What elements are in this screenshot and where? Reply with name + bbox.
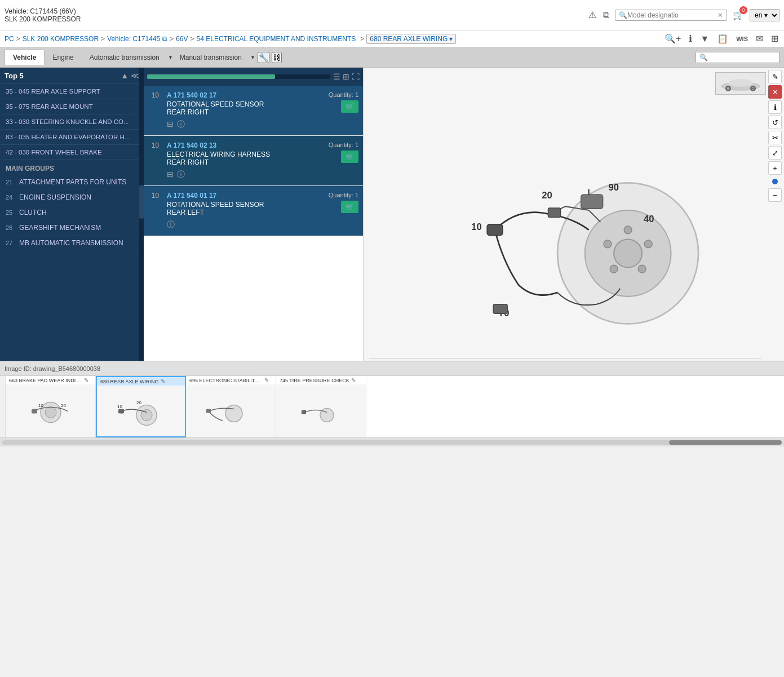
language-select[interactable]: en ▾ (750, 9, 779, 21)
thumb-item-695[interactable]: 695 ELECTRONIC STABILITY PROGRAM (ESP) ✎ (186, 376, 276, 437)
parts-section: ☰ ⊞ ⛶ 10 A 171 540 02 17 ROTATIONAL SPEE… (144, 68, 364, 361)
part-info-icon-3[interactable]: ⓘ (167, 220, 175, 230)
top5-item-3[interactable]: 33 - 030 STEERING KNUCKLE AND CO... (0, 114, 144, 130)
breadcrumb-slk[interactable]: SLK 200 KOMPRESSOR (23, 35, 99, 43)
info-button[interactable]: ℹ (688, 32, 693, 45)
tab-vehicle[interactable]: Vehicle (5, 50, 45, 65)
thumb-edit-icon-663[interactable]: ✎ (84, 377, 88, 383)
part-table-icon-1[interactable]: ⊟ (167, 120, 174, 130)
scrollbar-thumb[interactable] (669, 440, 782, 445)
fullscreen-icon[interactable]: ⛶ (352, 72, 360, 81)
breadcrumb-pc[interactable]: PC (5, 35, 14, 43)
thumb-item-663-full[interactable]: 663 BRAKE PAD WEAR INDICATOR AND SPEED S… (6, 376, 96, 437)
copy-button[interactable]: ⧉ (602, 9, 610, 21)
svg-point-6 (752, 88, 754, 89)
header-center: ⚠ ⧉ 🔍 ✕ 🛒 0 en ▾ (587, 8, 779, 21)
diagram-zoom-out-btn[interactable]: − (768, 188, 782, 202)
top5-item-4[interactable]: 83 - 035 HEATER AND EVAPORATOR H... (0, 130, 144, 145)
thumb-label-745: 745 TIRE PRESSURE CHECK ✎ (276, 376, 366, 384)
thumb-edit-icon-680[interactable]: ✎ (161, 378, 165, 384)
mail-button[interactable]: ✉ (755, 32, 764, 45)
thumb-edit-icon-745[interactable]: ✎ (351, 377, 356, 383)
thumb-item-745[interactable]: 745 TIRE PRESSURE CHECK ✎ (276, 376, 366, 437)
svg-text:10: 10 (38, 403, 43, 408)
breadcrumb-66v[interactable]: 66V (176, 35, 188, 43)
model-label: SLK 200 KOMPRESSOR (5, 15, 81, 23)
part-subname-3: REAR LEFT (167, 209, 324, 216)
diagram-rotate-btn[interactable]: ↺ (768, 116, 782, 129)
sidebar-close-icon[interactable]: ≪ (131, 71, 139, 80)
top5-item-5[interactable]: 42 - 030 FRONT WHEEL BRAKE (0, 145, 144, 160)
tab-engine[interactable]: Engine (45, 50, 81, 65)
diagram-expand-btn[interactable]: ⤢ (768, 146, 782, 160)
sidebar-item-26[interactable]: 26 GEARSHIFT MECHANISM (0, 220, 144, 236)
add-to-cart-btn-3[interactable]: 🛒 (341, 201, 358, 213)
header: Vehicle: C171445 (66V) SLK 200 KOMPRESSO… (0, 0, 784, 30)
svg-text:10: 10 (471, 222, 482, 232)
export-button[interactable]: ⊞ (770, 32, 779, 45)
scrollbar-area[interactable] (0, 437, 784, 446)
thumb-item-680[interactable]: 680 REAR AXLE WIRING ✎ 10 20 (96, 376, 186, 437)
sidebar-item-24[interactable]: 24 ENGINE SUSPENSION (0, 190, 144, 205)
warning-button[interactable]: ⚠ (587, 8, 597, 21)
scrollbar-track[interactable] (2, 440, 782, 445)
cart-button[interactable]: 🛒 0 (732, 8, 745, 21)
tab-manual-transmission[interactable]: Manual transmission (172, 50, 250, 65)
filter-button[interactable]: ▼ (699, 33, 710, 45)
diagram-divider (369, 358, 761, 359)
thumbnail-bar: 663 BRAKE PAD WEAR INDICATOR AND SPEED S… (0, 375, 784, 437)
tab-search-input[interactable] (708, 54, 776, 61)
thumb-edit-icon-695[interactable]: ✎ (264, 377, 269, 383)
thumb-img-745 (276, 384, 366, 437)
diagram-close-btn[interactable]: ✕ (768, 85, 782, 99)
breadcrumb-54-elec[interactable]: 54 ELECTRICAL EQUIPMENT AND INSTRUMENTS (197, 35, 356, 43)
svg-rect-17 (581, 194, 603, 209)
list-view-icon[interactable]: ☰ (333, 72, 340, 81)
top5-item-1[interactable]: 35 - 045 REAR AXLE SUPPORT (0, 84, 144, 99)
diagram-edit-icon[interactable]: ✎ (768, 70, 782, 83)
svg-rect-32 (118, 409, 124, 414)
sidebar-item-27[interactable]: 27 MB AUTOMATIC TRANSMISSION (0, 236, 144, 251)
model-search-box[interactable]: 🔍 ✕ (615, 10, 727, 21)
sidebar-title: Top 5 (5, 72, 24, 80)
tab-search-box[interactable]: 🔍 (696, 52, 779, 63)
diagram-info-btn[interactable]: ℹ (768, 100, 782, 114)
doc-button[interactable]: 📋 (716, 32, 729, 45)
add-to-cart-btn-2[interactable]: 🛒 (341, 151, 358, 163)
part-info-icon-1[interactable]: ⓘ (177, 120, 185, 130)
zoom-in-button[interactable]: 🔍+ (663, 32, 682, 45)
wis-button[interactable]: WIS (735, 34, 749, 43)
part-code-1[interactable]: A 171 540 02 17 (167, 91, 324, 99)
thumb-item-663[interactable] (0, 376, 6, 437)
tab-auto-transmission[interactable]: Automatic transmission (82, 50, 167, 65)
part-row-2: 10 A 171 540 02 13 ELECTRICAL WIRING HAR… (144, 136, 363, 186)
breadcrumb-vehicle[interactable]: Vehicle: C171445 (107, 35, 160, 43)
chain-tab-icon[interactable]: ⛓ (272, 52, 282, 63)
part-code-3[interactable]: A 171 540 01 17 (167, 192, 324, 200)
diagram-svg: 10 20 90 40 70 (364, 68, 784, 361)
add-to-cart-btn-1[interactable]: 🛒 (341, 100, 358, 113)
breadcrumb-680-label: 680 REAR AXLE WIRING (370, 35, 448, 43)
svg-rect-27 (32, 409, 37, 414)
group-label-27: MB AUTOMATIC TRANSMISSION (19, 239, 123, 247)
sidebar-collapse-icon[interactable]: ▲ (121, 71, 129, 80)
group-label-24: ENGINE SUSPENSION (19, 193, 91, 201)
model-search-input[interactable] (627, 11, 717, 19)
wrench-tab-icon[interactable]: 🔧 (258, 52, 269, 63)
copy-vin-icon[interactable]: ⧉ (162, 35, 167, 43)
part-table-icon-2[interactable]: ⊟ (167, 170, 174, 180)
diagram-scissors-btn[interactable]: ✂ (768, 131, 782, 144)
clear-search-icon[interactable]: ✕ (717, 11, 723, 19)
tab-manual-transmission-wrapper: Manual transmission ▾ (172, 50, 254, 65)
part-info-icon-2[interactable]: ⓘ (177, 170, 185, 180)
diagram-section: ✎ ✕ ℹ ↺ ✂ ⤢ + − (364, 68, 784, 361)
breadcrumb-680[interactable]: 680 REAR AXLE WIRING ▾ (366, 34, 456, 44)
top5-item-2[interactable]: 35 - 075 REAR AXLE MOUNT (0, 99, 144, 114)
diagram-zoom-in-btn[interactable]: + (768, 161, 782, 175)
grid-view-icon[interactable]: ⊞ (343, 72, 349, 81)
manual-transmission-arrow-icon[interactable]: ▾ (251, 54, 254, 60)
sidebar-item-25[interactable]: 25 CLUTCH (0, 205, 144, 220)
part-code-2[interactable]: A 171 540 02 13 (167, 141, 324, 149)
part-subname-1: REAR RIGHT (167, 108, 324, 116)
sidebar-item-21[interactable]: 21 ATTACHMENT PARTS FOR UNITS (0, 175, 144, 190)
